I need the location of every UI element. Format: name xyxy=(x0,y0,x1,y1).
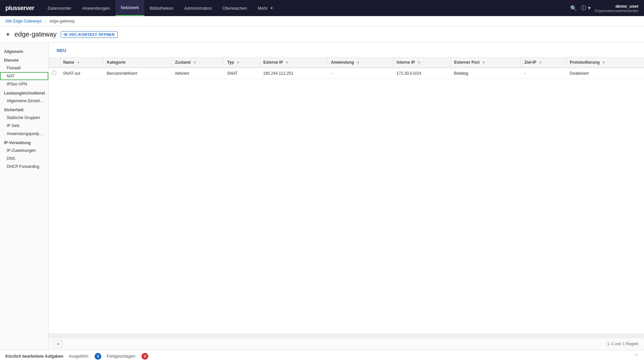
ausgefuhrt-label: Ausgeführt: xyxy=(69,354,89,359)
sidebar-section-dienste: Dienste xyxy=(0,55,48,64)
search-icon[interactable]: 🔍 xyxy=(570,5,577,11)
nav-item-anwendungen[interactable]: Anwendungen xyxy=(77,0,115,16)
cell-anwendung: - xyxy=(327,68,393,79)
sidebar-item-statische-gruppen[interactable]: Statische Gruppen xyxy=(0,114,48,122)
filter-interneip-icon[interactable]: ▼ xyxy=(417,61,421,64)
brand-logo[interactable]: plusserver xyxy=(5,5,34,12)
cell-ziel-ip: - xyxy=(521,68,567,79)
help-icon[interactable]: ⓘ ▾ xyxy=(581,5,590,12)
nat-table: Name ▼ Kategorie Zustand ▼ Typ ▼ xyxy=(49,57,644,79)
page-title: edge-gateway xyxy=(14,31,57,38)
user-menu[interactable]: demo_user Organisationsadministrator xyxy=(595,4,639,13)
bottom-status-bar: Kürzlich bearbeitete Aufgaben Ausgeführt… xyxy=(0,350,644,362)
sidebar-item-ip-zuweisungen[interactable]: IP-Zuweisungen xyxy=(0,146,48,155)
vdc-context-link[interactable]: IN VDC-KONTEXT ÖFFNEN xyxy=(61,31,118,38)
sidebar-item-allgemeine-einstellungen[interactable]: Allgemeine Einstellungen xyxy=(0,97,48,105)
filter-anwendung-icon[interactable]: ▼ xyxy=(357,61,360,64)
cell-name: SNAT-out xyxy=(60,68,103,79)
nat-table-container: Name ▼ Kategorie Zustand ▼ Typ ▼ xyxy=(49,57,644,334)
cell-protokollierung: Deaktiviert xyxy=(566,68,644,79)
filter-name-icon[interactable]: ▼ xyxy=(77,61,80,64)
cell-typ: SNAT xyxy=(224,68,260,79)
breadcrumb-parent[interactable]: Alle Edge-Gateways xyxy=(5,19,42,23)
nav-item-administration[interactable]: Administration xyxy=(179,0,217,16)
filter-externerport-icon[interactable]: ▼ xyxy=(482,61,485,64)
nav-menu: Datencenter Anwendungen Netzwerk Bibliot… xyxy=(42,0,570,16)
col-anwendung[interactable]: Anwendung ▼ xyxy=(327,57,393,68)
sidebar-item-ipsec-vpn[interactable]: IPSec-VPN xyxy=(0,80,48,88)
sidebar-item-ip-sets[interactable]: IP Sets xyxy=(0,122,48,130)
nav-right-section: 🔍 ⓘ ▾ demo_user Organisationsadministrat… xyxy=(570,4,639,13)
sidebar-item-firewall[interactable]: Firewall xyxy=(0,64,48,72)
table-row: SNAT-out Benutzerdefiniert Aktiviert SNA… xyxy=(49,68,644,79)
row-select-cell xyxy=(49,68,60,79)
collapse-icon[interactable]: ⌃ xyxy=(634,353,639,359)
ausgefuhrt-badge: 0 xyxy=(95,353,101,360)
cell-externe-ip: 195.244.112.251 xyxy=(260,68,327,79)
main-layout: Allgemein Dienste Firewall NAT IPSec-VPN… xyxy=(0,43,644,350)
filter-externeip-icon[interactable]: ▼ xyxy=(285,61,289,64)
col-typ[interactable]: Typ ▼ xyxy=(224,57,260,68)
cell-kategorie: Benutzerdefiniert xyxy=(103,68,171,79)
content-toolbar: NEU xyxy=(49,43,644,57)
col-name[interactable]: Name ▼ xyxy=(60,57,103,68)
nav-item-ueberwachen[interactable]: Überwachen xyxy=(217,0,252,16)
col-interne-ip[interactable]: Interne IP ▼ xyxy=(393,57,450,68)
nav-item-datencenter[interactable]: Datencenter xyxy=(42,0,77,16)
breadcrumb-current: edge-gateway xyxy=(49,19,74,23)
sidebar-section-ip-verwaltung: IP-Verwaltung xyxy=(0,138,48,146)
bottom-bar-label: Kürzlich bearbeitete Aufgaben xyxy=(5,354,63,359)
filter-typ-icon[interactable]: ▼ xyxy=(236,61,240,64)
sidebar-item-dns[interactable]: DNS xyxy=(0,155,48,163)
column-toggle-button[interactable]: ≡ xyxy=(54,340,62,348)
nav-item-mehr[interactable]: Mehr ▼ xyxy=(252,0,279,16)
nav-item-netzwerk[interactable]: Netzwerk xyxy=(115,0,144,16)
filter-protokollierung-icon[interactable]: ▼ xyxy=(602,61,605,64)
col-zustand[interactable]: Zustand ▼ xyxy=(171,57,224,68)
col-kategorie[interactable]: Kategorie xyxy=(103,57,171,68)
row-select-radio[interactable] xyxy=(52,71,56,75)
sidebar-item-nat[interactable]: NAT xyxy=(0,72,48,80)
nav-item-bibliotheken[interactable]: Bibliotheken xyxy=(144,0,179,16)
table-footer: ≡ 1–1 von 1 Regeln xyxy=(49,338,644,350)
cell-externer-port: Beliebig xyxy=(450,68,521,79)
col-protokollierung[interactable]: Protokollierung ▼ xyxy=(566,57,644,68)
user-role-label: Organisationsadministrator xyxy=(595,9,639,13)
page-header: ✦ edge-gateway IN VDC-KONTEXT ÖFFNEN xyxy=(0,26,644,43)
col-externe-ip[interactable]: Externe IP ▼ xyxy=(260,57,327,68)
bottom-bar-right: ⌃ xyxy=(634,353,639,359)
username-label: demo_user xyxy=(595,4,639,9)
content-area: NEU Name ▼ Kategorie Zustand xyxy=(49,43,644,350)
table-header-row: Name ▼ Kategorie Zustand ▼ Typ ▼ xyxy=(49,57,644,68)
sidebar-item-dhcp-forwarding[interactable]: DHCP Forwarding xyxy=(0,163,48,171)
pagination-info: 1–1 von 1 Regeln xyxy=(607,342,639,346)
sidebar: Allgemein Dienste Firewall NAT IPSec-VPN… xyxy=(0,43,49,350)
filter-zustand-icon[interactable]: ▼ xyxy=(193,61,197,64)
new-button[interactable]: NEU xyxy=(54,47,69,54)
gateway-icon: ✦ xyxy=(5,31,10,38)
fehlgeschlagen-label: Fehlgeschlagen: xyxy=(107,354,136,359)
chevron-down-icon: ▼ xyxy=(270,6,273,10)
cell-zustand: Aktiviert xyxy=(171,68,224,79)
fehlgeschlagen-badge: 0 xyxy=(142,353,148,360)
col-checkbox xyxy=(49,57,60,68)
sidebar-section-sicherheit: Sicherheit xyxy=(0,105,48,114)
filter-zielip-icon[interactable]: ▼ xyxy=(539,61,542,64)
col-externer-port[interactable]: Externer Port ▼ xyxy=(450,57,521,68)
breadcrumb-separator: › xyxy=(45,19,46,23)
sidebar-item-anwendungsportprofile[interactable]: Anwendungsportprofi... xyxy=(0,130,48,138)
horizontal-scrollbar[interactable] xyxy=(49,334,644,338)
sidebar-section-lastausgleich: Lastausgleichsdienst xyxy=(0,88,48,97)
top-navigation: plusserver Datencenter Anwendungen Netzw… xyxy=(0,0,644,16)
breadcrumb: Alle Edge-Gateways › edge-gateway xyxy=(0,16,644,26)
sidebar-section-allgemein: Allgemein xyxy=(0,47,48,55)
col-ziel-ip[interactable]: Ziel-IP ▼ xyxy=(521,57,567,68)
cell-interne-ip: 172.30.0.0/24 xyxy=(393,68,450,79)
